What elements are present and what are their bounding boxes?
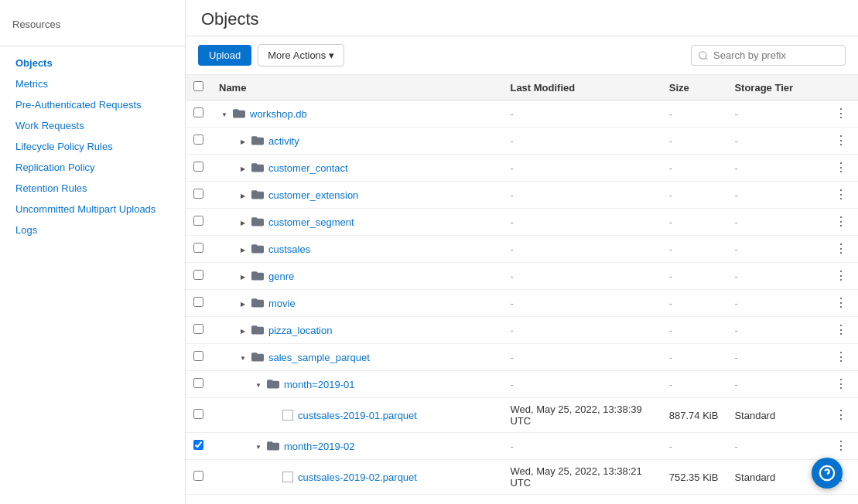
folder-icon xyxy=(251,162,264,175)
row-actions-button[interactable]: ⋮ xyxy=(832,214,850,230)
item-name-link[interactable]: customer_contact xyxy=(268,162,348,174)
item-name-link[interactable]: custsales-2019-02.parquet xyxy=(298,472,417,483)
row-checkbox-cell xyxy=(186,317,211,344)
row-checkbox[interactable] xyxy=(193,270,203,280)
row-actions-button[interactable]: ⋮ xyxy=(832,268,850,284)
chevron-right-icon[interactable] xyxy=(238,272,248,281)
dash: - xyxy=(669,325,672,336)
row-actions-button[interactable]: ⋮ xyxy=(832,295,850,311)
select-all-checkbox[interactable] xyxy=(193,81,203,91)
sidebar-link-retention[interactable]: Retention Rules xyxy=(15,182,87,194)
row-actions-button[interactable]: ⋮ xyxy=(832,241,850,257)
row-actions-button[interactable]: ⋮ xyxy=(832,160,850,175)
help-widget[interactable] xyxy=(812,458,843,489)
chevron-down-icon[interactable] xyxy=(253,442,264,451)
chevron-down-icon[interactable] xyxy=(238,353,248,362)
dash: - xyxy=(734,243,737,255)
row-checkbox[interactable] xyxy=(193,162,203,172)
row-checkbox[interactable] xyxy=(193,378,203,388)
row-actions-button[interactable]: ⋮ xyxy=(832,438,850,454)
chevron-right-icon[interactable] xyxy=(238,137,248,145)
folder-icon xyxy=(251,270,264,283)
chevron-right-icon[interactable] xyxy=(238,191,248,199)
sidebar-item-lifecycle[interactable]: Lifecycle Policy Rules xyxy=(0,136,185,157)
item-name-link[interactable]: month=2019-01 xyxy=(284,379,354,390)
row-tier-cell: - xyxy=(726,155,824,182)
chevron-down-icon[interactable] xyxy=(219,110,230,118)
row-actions-button[interactable]: ⋮ xyxy=(832,106,850,121)
row-checkbox[interactable] xyxy=(193,135,203,145)
item-name-link[interactable]: month=2019-02 xyxy=(284,441,354,452)
sidebar-item-retention[interactable]: Retention Rules xyxy=(0,178,185,199)
sidebar-link-lifecycle[interactable]: Lifecycle Policy Rules xyxy=(15,141,113,152)
item-name-link[interactable]: custsales-2019-01.parquet xyxy=(298,410,417,421)
row-modified-cell: - xyxy=(502,433,661,460)
dash: - xyxy=(510,441,513,452)
sidebar-item-logs[interactable]: Logs xyxy=(0,220,185,240)
item-name-link[interactable]: workshop.db xyxy=(250,108,307,120)
sidebar-item-pre-auth[interactable]: Pre-Authenticated Requests xyxy=(0,94,185,115)
row-actions-button[interactable]: ⋮ xyxy=(832,322,850,338)
row-size-cell: - xyxy=(661,236,727,263)
row-checkbox-cell xyxy=(186,155,211,182)
item-name-link[interactable]: sales_sample_parquet xyxy=(268,352,370,363)
chevron-right-icon[interactable] xyxy=(238,245,248,254)
sidebar-item-uncommitted[interactable]: Uncommitted Multipart Uploads xyxy=(0,199,185,220)
row-actions-button[interactable]: ⋮ xyxy=(832,376,850,392)
item-name-link[interactable]: genre xyxy=(268,271,294,282)
row-checkbox[interactable] xyxy=(193,107,203,117)
row-checkbox[interactable] xyxy=(193,351,203,361)
dash: - xyxy=(734,189,737,201)
row-checkbox[interactable] xyxy=(193,216,203,226)
sidebar-item-metrics[interactable]: Metrics xyxy=(0,73,185,94)
chevron-down-icon[interactable] xyxy=(253,380,264,389)
row-name-cell: workshop.db xyxy=(211,100,502,128)
sidebar-item-work-requests[interactable]: Work Requests xyxy=(0,115,185,136)
search-input[interactable] xyxy=(713,49,839,61)
sidebar-link-replication[interactable]: Replication Policy xyxy=(15,162,95,173)
row-checkbox[interactable] xyxy=(193,243,203,253)
objects-table: Name Last Modified Size Storage Tier wor… xyxy=(186,75,858,495)
col-header-tier: Storage Tier xyxy=(726,75,824,100)
row-checkbox[interactable] xyxy=(193,409,203,419)
item-name-link[interactable]: custsales xyxy=(268,243,310,255)
row-size-cell: 752.35 KiB xyxy=(661,460,727,495)
chevron-right-icon[interactable] xyxy=(238,299,248,308)
sidebar-link-uncommitted[interactable]: Uncommitted Multipart Uploads xyxy=(15,203,156,215)
sidebar-item-replication[interactable]: Replication Policy xyxy=(0,157,185,178)
row-checkbox[interactable] xyxy=(193,189,203,199)
item-name-link[interactable]: customer_extension xyxy=(268,189,358,201)
upload-button[interactable]: Upload xyxy=(198,45,251,66)
row-checkbox[interactable] xyxy=(193,324,203,334)
item-name-link[interactable]: customer_segment xyxy=(268,216,354,228)
sidebar: Resources ObjectsMetricsPre-Authenticate… xyxy=(0,0,186,504)
sidebar-item-objects[interactable]: Objects xyxy=(0,53,185,73)
item-name-link[interactable]: activity xyxy=(268,135,299,147)
row-actions-button[interactable]: ⋮ xyxy=(832,187,850,203)
row-actions-button[interactable]: ⋮ xyxy=(832,349,850,365)
sidebar-link-pre-auth[interactable]: Pre-Authenticated Requests xyxy=(15,99,142,111)
item-name-link[interactable]: movie xyxy=(268,298,296,309)
row-tier-cell: - xyxy=(726,433,824,460)
dash: - xyxy=(669,216,672,228)
sidebar-link-objects[interactable]: Objects xyxy=(15,57,53,69)
row-actions-button[interactable]: ⋮ xyxy=(832,133,850,148)
sidebar-link-metrics[interactable]: Metrics xyxy=(15,78,48,90)
chevron-right-icon[interactable] xyxy=(238,218,248,226)
folder-icon xyxy=(251,351,264,364)
chevron-right-icon[interactable] xyxy=(238,326,248,335)
row-checkbox[interactable] xyxy=(193,297,203,307)
table-header: Name Last Modified Size Storage Tier xyxy=(186,75,858,100)
chevron-right-icon[interactable] xyxy=(238,164,248,172)
row-checkbox[interactable] xyxy=(193,471,203,481)
col-header-size: Size xyxy=(661,75,727,100)
dash: - xyxy=(734,108,737,120)
row-checkbox[interactable] xyxy=(193,440,203,450)
item-name-link[interactable]: pizza_location xyxy=(268,325,332,336)
sidebar-link-logs[interactable]: Logs xyxy=(15,224,37,236)
row-actions-button[interactable]: ⋮ xyxy=(832,407,850,423)
more-actions-button[interactable]: More Actions xyxy=(258,44,344,66)
dash: - xyxy=(510,379,513,390)
dash: - xyxy=(734,271,737,282)
sidebar-link-work-requests[interactable]: Work Requests xyxy=(15,120,84,131)
